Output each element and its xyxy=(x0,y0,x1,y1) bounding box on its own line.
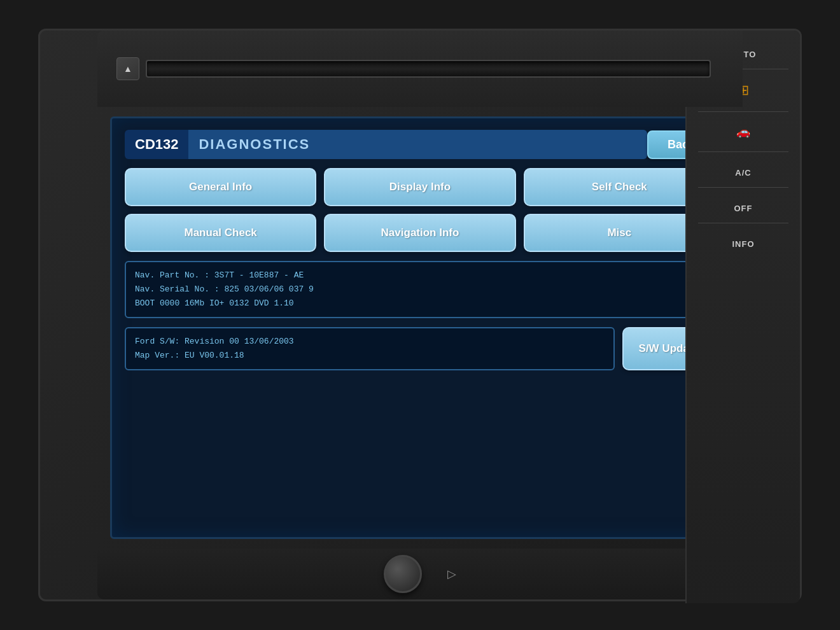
divider-5 xyxy=(698,223,788,223)
screen-wrapper: CD132 DIAGNOSTICS Back General Info Disp… xyxy=(97,107,743,549)
nav-info-line3: BOOT 0000 16Mb IO+ 0132 DVD 1.10 xyxy=(135,297,705,311)
nav-info-box: Nav. Part No. : 3S7T - 10E887 - AE Nav. … xyxy=(125,261,715,318)
off-label: OFF xyxy=(734,204,753,213)
nav-info-line2: Nav. Serial No. : 825 03/06/06 037 9 xyxy=(135,283,705,297)
divider-4 xyxy=(698,187,788,188)
car-icon: 🚗 xyxy=(736,125,750,139)
play-icon[interactable]: ▷ xyxy=(447,567,456,581)
cd132-text: CD132 xyxy=(135,136,178,153)
navigation-info-button[interactable]: Navigation Info xyxy=(324,214,515,252)
info-label: INFO xyxy=(732,239,754,249)
button-grid: General Info Display Info Self Check Man… xyxy=(125,168,715,252)
bottom-row: Ford S/W: Revision 00 13/06/2003 Map Ver… xyxy=(125,327,715,370)
right-controls-panel: AUTO ⊞ 🚗 A/C OFF INFO xyxy=(685,31,800,603)
header-title-block: CD132 xyxy=(125,130,188,159)
rotary-knob[interactable] xyxy=(384,555,422,593)
manual-check-button[interactable]: Manual Check xyxy=(125,214,316,252)
eject-button[interactable]: ▲ xyxy=(116,57,139,80)
sw-info-line2: Map Ver.: EU V00.01.18 xyxy=(135,349,605,363)
device-frame: AUTO ⊞ 🚗 A/C OFF INFO ▲ CD132 DIAGNOSTIC… xyxy=(38,29,802,601)
diagnostics-text: DIAGNOSTICS xyxy=(188,130,647,159)
display-info-button[interactable]: Display Info xyxy=(324,168,515,206)
top-panel: ▲ xyxy=(97,31,743,107)
divider-3 xyxy=(698,151,788,152)
cd-slot xyxy=(146,60,711,78)
nav-info-line1: Nav. Part No. : 3S7T - 10E887 - AE xyxy=(135,269,705,283)
divider-2 xyxy=(698,111,788,112)
main-screen: CD132 DIAGNOSTICS Back General Info Disp… xyxy=(110,116,730,539)
general-info-button[interactable]: General Info xyxy=(125,168,316,206)
screen-header: CD132 DIAGNOSTICS Back xyxy=(125,130,715,159)
sw-info-box: Ford S/W: Revision 00 13/06/2003 Map Ver… xyxy=(125,327,615,370)
bottom-panel: ▷ xyxy=(97,549,743,599)
sw-info-line1: Ford S/W: Revision 00 13/06/2003 xyxy=(135,335,605,349)
ac-label: A/C xyxy=(735,168,751,178)
